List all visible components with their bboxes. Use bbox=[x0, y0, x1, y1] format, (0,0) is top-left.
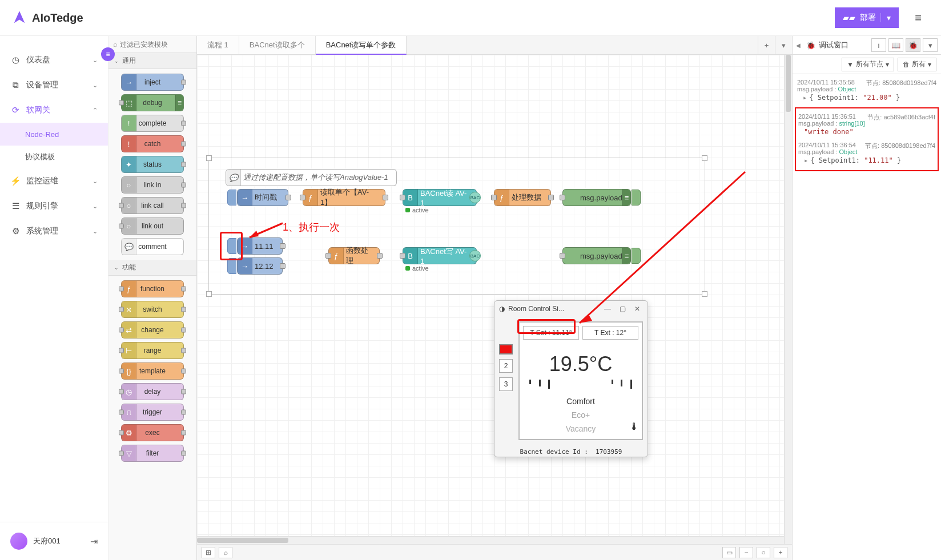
sidebar-help-button[interactable]: 📖 bbox=[888, 38, 903, 52]
sim-titlebar[interactable]: ◑ Room Control Si... — ▢ ✕ bbox=[494, 301, 648, 317]
palette-node-debug[interactable]: ⬚debug≡ bbox=[121, 94, 184, 111]
node-bacnet-write[interactable]: BBACnet写 AV-1BACactive bbox=[403, 247, 477, 264]
nav-rules[interactable]: ☰规则引擎⌄ bbox=[0, 194, 108, 219]
filter-nodes-button[interactable]: ▼所有节点▾ bbox=[842, 58, 894, 71]
sidebar-filters: ▼所有节点▾ 🗑所有▾ bbox=[793, 55, 941, 74]
palette-node-template[interactable]: {}template bbox=[121, 362, 184, 380]
avatar[interactable] bbox=[10, 533, 27, 550]
debug-toggle-button[interactable] bbox=[632, 190, 641, 206]
nav-protocol-template[interactable]: 协议模板 bbox=[0, 146, 108, 168]
deploy-button[interactable]: ▰▰ 部署 ▾ bbox=[835, 7, 899, 28]
nav-node-red[interactable]: Node-Red bbox=[0, 123, 108, 146]
nav-dashboard[interactable]: ◷仪表盘⌄ bbox=[0, 47, 108, 72]
palette-node-function[interactable]: ƒfunction bbox=[121, 280, 184, 297]
node-bacnet-read[interactable]: BBACnet读 AV-1BACactive bbox=[403, 189, 477, 206]
palette-node-complete[interactable]: !complete bbox=[121, 115, 184, 132]
close-button[interactable]: ✕ bbox=[632, 305, 643, 313]
footer-view-button[interactable]: ▭ bbox=[722, 547, 736, 558]
canvas-scroll-horizontal[interactable] bbox=[197, 536, 784, 544]
menu-button[interactable]: ≡ bbox=[907, 6, 930, 29]
palette-node-link-out[interactable]: ○link out bbox=[121, 217, 184, 235]
palette-group-function[interactable]: ⌄功能 bbox=[108, 260, 196, 276]
wires bbox=[197, 55, 368, 140]
node-debug-1[interactable]: msg.payload≡ bbox=[562, 189, 631, 206]
maximize-button[interactable]: ▢ bbox=[617, 305, 628, 313]
node-inject-1111[interactable]: →11.11 bbox=[237, 237, 283, 255]
sidebar-menu-button[interactable]: ▾ bbox=[923, 38, 938, 52]
palette-group-common[interactable]: ⌄通用 bbox=[108, 53, 196, 69]
sim-mode-eco[interactable]: Eco+ bbox=[523, 408, 638, 422]
dashboard-icon: ◷ bbox=[10, 55, 21, 65]
canvas-scroll-vertical[interactable] bbox=[784, 55, 792, 544]
sim-led[interactable] bbox=[499, 344, 513, 354]
debug-entry[interactable]: 2024/10/11 15:35:58节点: 850808d0198ed7f4 … bbox=[797, 76, 936, 105]
palette-node-link-call[interactable]: ○link call bbox=[121, 197, 184, 214]
palette-node-switch[interactable]: ⤨switch bbox=[121, 301, 184, 318]
node-process-data[interactable]: ƒ处理数据 bbox=[494, 189, 551, 206]
palette-node-status[interactable]: ✦status bbox=[121, 156, 184, 173]
debug-messages[interactable]: 2024/10/11 15:35:58节点: 850808d0198ed7f4 … bbox=[793, 74, 941, 560]
palette-node-trigger[interactable]: ⎍trigger bbox=[121, 404, 184, 421]
sim-btn-3[interactable]: 3 bbox=[499, 377, 513, 391]
deploy-caret-icon[interactable]: ▾ bbox=[880, 13, 891, 22]
sidebar-info-button[interactable]: i bbox=[871, 38, 886, 52]
flow-canvas[interactable]: 💬通过传递配置数据，单个读写AnalogValue-1 →时间戳 ƒ读取单个【A… bbox=[197, 55, 792, 544]
nav-devices[interactable]: ⧉设备管理⌄ bbox=[0, 72, 108, 98]
collapse-nav-button[interactable]: ≡ bbox=[101, 47, 115, 61]
sim-side: 2 3 bbox=[499, 321, 515, 440]
palette-node-filter[interactable]: ▽filter bbox=[121, 445, 184, 462]
palette-node-exec[interactable]: ⚙exec bbox=[121, 424, 184, 441]
footer-nav-button[interactable]: ⊞ bbox=[202, 547, 215, 558]
chevron-down-icon: ⌄ bbox=[93, 178, 98, 185]
flow-comment[interactable]: 💬通过传递配置数据，单个读写AnalogValue-1 bbox=[226, 169, 397, 186]
palette-node-range[interactable]: ⊢range bbox=[121, 342, 184, 359]
palette-node-comment[interactable]: 💬comment bbox=[121, 238, 184, 255]
sim-btn-2[interactable]: 2 bbox=[499, 359, 513, 373]
logout-button[interactable]: ⇥ bbox=[90, 536, 98, 547]
palette-node-delay[interactable]: ◷delay bbox=[121, 383, 184, 400]
nav-system[interactable]: ⚙系统管理⌄ bbox=[0, 219, 108, 244]
monitoring-icon: ⚡ bbox=[10, 176, 21, 186]
palette-search-input[interactable] bbox=[120, 41, 192, 49]
debug-sidebar: ◀ 🐞调试窗口 i 📖 🐞 ▾ ▼所有节点▾ 🗑所有▾ 2024/10/11 1… bbox=[793, 36, 941, 560]
minimize-button[interactable]: — bbox=[602, 305, 613, 313]
node-func-process[interactable]: ƒ函数处理 bbox=[328, 247, 380, 264]
sim-mode-vacancy[interactable]: Vacancy bbox=[523, 422, 638, 436]
palette-node-inject[interactable]: →inject bbox=[121, 74, 184, 91]
app-name: AIoTedge bbox=[32, 11, 83, 25]
node-inject-1212[interactable]: →12.12 bbox=[237, 257, 283, 275]
tab-menu-button[interactable]: ▾ bbox=[775, 36, 792, 54]
palette-node-link-in[interactable]: ○link in bbox=[121, 176, 184, 194]
palette-node-catch[interactable]: !catch bbox=[121, 135, 184, 152]
filter-clear-button[interactable]: 🗑所有▾ bbox=[898, 58, 936, 71]
zoom-out-button[interactable]: − bbox=[739, 547, 753, 558]
username: 天府001 bbox=[33, 536, 61, 546]
nav-gateway[interactable]: ⟳软网关⌃ bbox=[0, 98, 108, 123]
palette-node-change[interactable]: ⇄change bbox=[121, 321, 184, 339]
caret-right-icon[interactable]: ▸ bbox=[804, 156, 808, 164]
caret-right-icon[interactable]: ▸ bbox=[803, 94, 807, 102]
nav-monitoring[interactable]: ⚡监控运维⌄ bbox=[0, 168, 108, 194]
sidebar-debug-button[interactable]: 🐞 bbox=[906, 38, 920, 52]
canvas-footer: ⊞ ⌕ ▭ − ○ + bbox=[197, 544, 792, 560]
inject-button[interactable] bbox=[227, 190, 236, 206]
tab-bacnet-read-many[interactable]: BACnet读取多个 bbox=[239, 36, 316, 54]
tab-flow-1[interactable]: 流程 1 bbox=[197, 36, 239, 54]
stripe-icon: ≡ bbox=[622, 248, 630, 264]
simulator-window[interactable]: ◑ Room Control Si... — ▢ ✕ 2 3 bbox=[494, 300, 648, 457]
footer-search-button[interactable]: ⌕ bbox=[219, 547, 232, 558]
zoom-reset-button[interactable]: ○ bbox=[757, 547, 770, 558]
add-tab-button[interactable]: + bbox=[758, 36, 775, 54]
debug-entry[interactable]: 2024/10/11 15:36:51节点: ac589a606b3acf4f … bbox=[798, 111, 935, 139]
debug-entry[interactable]: 2024/10/11 15:36:54节点: 850808d0198ed7f4 … bbox=[798, 139, 935, 168]
node-read-single[interactable]: ƒ读取单个【AV-1】 bbox=[303, 189, 385, 206]
chevron-down-icon: ⌄ bbox=[93, 203, 98, 210]
debug-toggle-button[interactable] bbox=[632, 248, 641, 264]
node-debug-2[interactable]: msg.payload≡ bbox=[562, 247, 631, 264]
deploy-icon: ▰▰ bbox=[843, 13, 855, 22]
zoom-in-button[interactable]: + bbox=[774, 547, 787, 558]
sim-mode-comfort[interactable]: Comfort bbox=[523, 394, 638, 408]
inject-button[interactable] bbox=[227, 258, 236, 274]
node-timestamp-inject[interactable]: →时间戳 bbox=[237, 189, 288, 206]
tab-bacnet-rw-single[interactable]: BACnet读写单个参数 bbox=[316, 36, 407, 55]
